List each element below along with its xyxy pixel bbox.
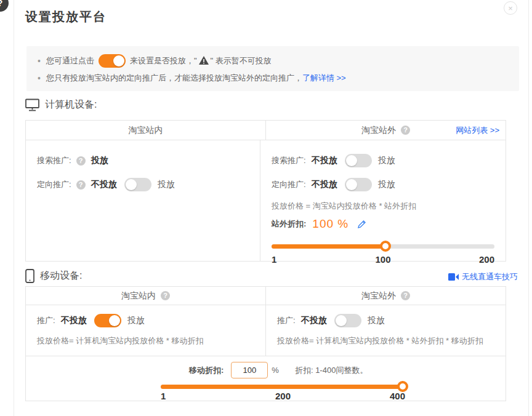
- notice-text-2: 您只有投放淘宝站内的定向推广后，才能选择投放淘宝站外的定向推广，: [46, 73, 302, 84]
- search-promo-label: 搜索推广:: [272, 155, 306, 166]
- notice-text-pre: 您可通过点击: [46, 55, 94, 66]
- page-title: 设置投放平台: [25, 9, 107, 25]
- mobile-section-header: 移动设备:: [25, 269, 82, 283]
- edit-pencil-icon[interactable]: [357, 220, 366, 229]
- mobile-onsite-formula: 投放价格= 计算机淘宝站内投放价格 * 移动折扣: [37, 335, 254, 346]
- offsite-discount-value: 100 %: [312, 217, 349, 231]
- mobile-discount-label: 移动折扣:: [189, 365, 224, 376]
- computer-offsite-header-label: 淘宝站外: [361, 125, 396, 136]
- question-icon[interactable]: ?: [401, 291, 410, 300]
- promo-off-label: 不投放: [61, 315, 87, 326]
- question-icon[interactable]: ?: [76, 180, 86, 190]
- promo-on-label: 投放: [127, 315, 145, 326]
- mobile-discount-input[interactable]: [231, 362, 268, 378]
- site-list-link[interactable]: 网站列表 >>: [456, 125, 499, 136]
- offsite-discount-label: 站外折扣:: [272, 218, 306, 230]
- phone-icon: [25, 269, 34, 283]
- question-icon[interactable]: ?: [76, 156, 86, 166]
- computer-onsite-header-label: 淘宝站内: [129, 125, 163, 136]
- promo-off-label: 不投放: [301, 315, 327, 326]
- offsite-price-formula: 投放价格 = 淘宝站内投放价格 * 站外折扣: [272, 201, 494, 212]
- promo-label: 推广:: [277, 315, 296, 326]
- mobile-table: 淘宝站内 ? 淘宝站外 ? 推广: 不投放 投放 投放价格= 计算机淘宝站内投放…: [25, 286, 506, 401]
- slider-fill: [161, 385, 405, 389]
- mobile-onsite-header-label: 淘宝站内: [121, 290, 156, 302]
- search-promo-on-label: 投放: [378, 155, 395, 166]
- example-toggle[interactable]: [99, 54, 126, 68]
- notice-line-1: • 您可通过点击 来设置是否投放，" " 表示暂不可投放: [38, 53, 508, 69]
- mobile-onsite-header: 淘宝站内 ?: [26, 287, 266, 305]
- target-promo-off-label: 不投放: [91, 179, 117, 190]
- slider-handle[interactable]: [380, 241, 391, 252]
- mobile-discount-hint: 折扣: 1-400间整数。: [295, 365, 368, 376]
- target-promo-label: 定向推广:: [37, 179, 71, 190]
- promo-label: 推广:: [37, 315, 55, 326]
- help-badge[interactable]: ?: [0, 0, 9, 12]
- target-promo-on-label: 投放: [158, 179, 175, 190]
- notice-text-post: " 表示暂不可投放: [211, 55, 272, 66]
- offsite-discount-slider[interactable]: [272, 241, 494, 252]
- notice-line-2: • 您只有投放淘宝站内的定向推广后，才能选择投放淘宝站外的定向推广， 了解详情 …: [38, 70, 508, 86]
- bullet: •: [38, 73, 41, 83]
- slider-max-label: 200: [479, 254, 494, 265]
- computer-section-header: 计算机设备:: [25, 98, 97, 111]
- slider-mid-label: 100: [375, 254, 390, 265]
- notice-box: • 您可通过点击 来设置是否投放，" " 表示暂不可投放 • 您只有投放淘宝站内…: [26, 46, 519, 91]
- computer-offsite-cell: 搜索推广: 不投放 投放 定向推广: 不投放 投放 投放价格 = 淘宝站内投放价…: [260, 140, 506, 261]
- wireless-tips-link[interactable]: 无线直通车技巧: [462, 271, 518, 282]
- warning-icon: [199, 56, 209, 66]
- mobile-discount-row: 移动折扣: % 折扣: 1-400间整数。 1 200 400: [26, 356, 506, 401]
- target-promo-label: 定向推广:: [272, 179, 306, 190]
- close-icon[interactable]: ×: [504, 1, 517, 15]
- mobile-discount-unit: %: [272, 366, 279, 375]
- promo-on-label: 投放: [368, 315, 385, 326]
- mobile-offsite-cell: 推广: 不投放 投放 投放价格= 计算机淘宝站内投放价格 * 站外折扣 * 移动…: [266, 305, 506, 356]
- slider-min-label: 1: [161, 391, 166, 401]
- mobile-offsite-promo-toggle[interactable]: [334, 314, 361, 327]
- computer-onsite-target-toggle[interactable]: [124, 178, 151, 191]
- learn-more-link[interactable]: 了解详情 >>: [302, 73, 346, 84]
- mobile-onsite-promo-toggle[interactable]: [94, 314, 121, 327]
- mobile-section-title: 移动设备:: [40, 270, 82, 282]
- video-camera-icon: [448, 273, 459, 281]
- set-platform-dialog: × 设置投放平台 • 您可通过点击 来设置是否投放，" " 表示暂不可投放 • …: [14, 0, 529, 416]
- computer-onsite-cell: 搜索推广: ? 投放 定向推广: ? 不投放 投放: [26, 140, 260, 261]
- mobile-offsite-header: 淘宝站外 ?: [266, 287, 506, 305]
- offsite-slider-labels: 1 100 200: [272, 254, 494, 265]
- mobile-onsite-cell: 推广: 不投放 投放 投放价格= 计算机淘宝站内投放价格 * 移动折扣: [26, 305, 266, 356]
- bullet: •: [38, 56, 41, 66]
- question-icon[interactable]: ?: [401, 126, 410, 135]
- target-promo-off-label: 不投放: [312, 179, 337, 190]
- question-icon[interactable]: ?: [161, 291, 170, 300]
- slider-mid-label: 200: [275, 391, 291, 401]
- mobile-offsite-header-label: 淘宝站外: [361, 290, 396, 302]
- computer-onsite-header: 淘宝站内: [26, 121, 266, 140]
- wireless-tips-link-wrap: 无线直通车技巧: [448, 271, 518, 282]
- search-promo-value: 投放: [91, 155, 108, 166]
- search-promo-label: 搜索推广:: [37, 155, 71, 166]
- target-promo-on-label: 投放: [378, 179, 395, 190]
- search-promo-off-label: 不投放: [312, 155, 337, 166]
- slider-fill: [272, 244, 385, 249]
- computer-offsite-target-toggle[interactable]: [345, 178, 372, 191]
- mobile-slider-labels: 1 200 400: [161, 391, 405, 401]
- slider-min-label: 1: [272, 254, 276, 265]
- slider-max-label: 400: [390, 391, 405, 401]
- notice-text-mid: 来设置是否投放，": [130, 55, 197, 66]
- computer-offsite-header: 淘宝站外 ? 网站列表 >>: [266, 121, 506, 140]
- computer-section-title: 计算机设备:: [45, 98, 97, 111]
- mobile-offsite-formula: 投放价格= 计算机淘宝站内投放价格 * 站外折扣 * 移动折扣: [277, 335, 494, 346]
- monitor-icon: [25, 98, 39, 111]
- computer-table: 淘宝站内 淘宝站外 ? 网站列表 >> 搜索推广: ? 投放 定向推广: ? 不…: [25, 120, 506, 262]
- computer-offsite-search-toggle[interactable]: [345, 154, 372, 167]
